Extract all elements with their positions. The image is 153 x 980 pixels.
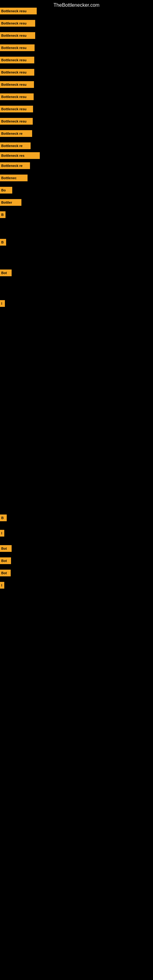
bottleneck-result-bar: Bot	[0, 557, 11, 564]
bottleneck-result-bar: Bottleneck resu	[0, 45, 35, 51]
bottleneck-result-bar: Bottleneck resu	[0, 57, 34, 64]
bottleneck-result-bar: Bottleneck resu	[0, 106, 33, 112]
bottleneck-result-bar: Bot	[0, 570, 11, 576]
bottleneck-result-bar: Bottleneck resu	[0, 20, 35, 27]
bottleneck-result-bar: Bottleneck resu	[0, 69, 34, 76]
bottleneck-result-bar: B	[0, 514, 7, 521]
bottleneck-result-bar: B	[0, 239, 6, 246]
bottleneck-result-bar: Bottleneck resu	[0, 32, 35, 39]
bottleneck-result-bar: B	[0, 211, 5, 218]
bottleneck-result-bar: l	[0, 300, 5, 307]
bottleneck-result-bar: l	[0, 582, 4, 589]
bottleneck-result-bar: Bottleneck resu	[0, 94, 33, 100]
bottleneck-result-bar: Bo	[0, 187, 12, 194]
bottleneck-result-bar: Bottleneck resu	[0, 118, 33, 125]
bottleneck-result-bar: Bot	[0, 269, 12, 276]
bottleneck-result-bar: Bottlenec	[0, 175, 27, 181]
bottleneck-result-bar: Bottleneck resu	[0, 81, 34, 88]
bottleneck-result-bar: Bottleneck re	[0, 142, 30, 149]
bottleneck-result-bar: l	[0, 530, 4, 536]
bottleneck-result-bar: Bot	[0, 545, 12, 552]
bottleneck-result-bar: Bottleneck re	[0, 162, 30, 169]
bottleneck-result-bar: Bottleneck res	[0, 152, 40, 159]
bottleneck-result-bar: Bottleneck re	[0, 130, 32, 137]
bottleneck-result-bar: Bottleneck resu	[0, 8, 37, 14]
bottleneck-result-bar: Bottler	[0, 199, 21, 206]
